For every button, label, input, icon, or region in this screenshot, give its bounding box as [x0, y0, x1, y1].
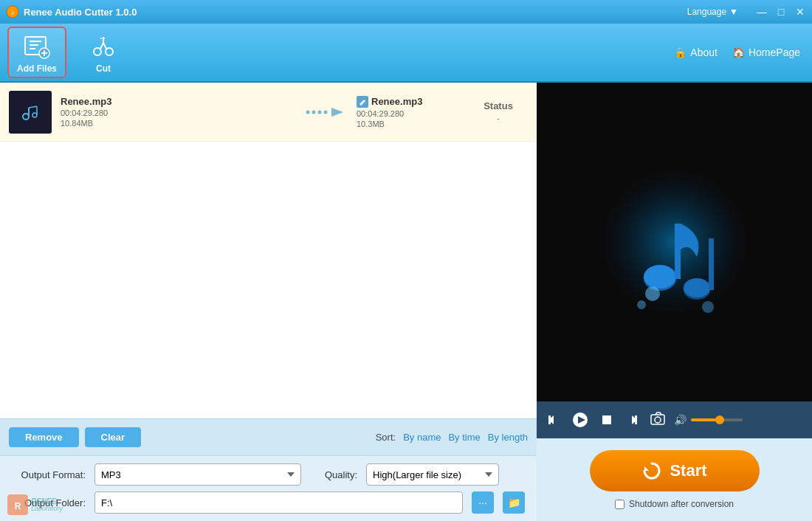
svg-point-23 [318, 110, 322, 114]
window-controls: — □ ✕ [756, 6, 806, 18]
cut-svg [90, 32, 117, 59]
svg-rect-41 [602, 415, 611, 424]
skip-forward-button[interactable] [622, 410, 641, 429]
svg-rect-33 [709, 238, 714, 290]
sort-label: Sort: [376, 432, 396, 443]
stop-icon [600, 413, 613, 427]
clear-button[interactable]: Clear [85, 427, 142, 447]
pencil-icon [359, 98, 366, 106]
stop-button[interactable] [597, 410, 616, 429]
output-file-info: Renee.mp3 00:04:29.280 10.3MB [357, 96, 460, 128]
sort-by-name-button[interactable]: By name [403, 432, 441, 443]
play-button[interactable] [569, 409, 591, 431]
camera-icon [650, 412, 665, 425]
status-header: Status [469, 100, 528, 111]
sort-section: Sort: By name By time By length [376, 432, 528, 443]
shutdown-checkbox[interactable] [615, 500, 625, 509]
close-button[interactable]: ✕ [794, 6, 806, 18]
cut-label: Cut [96, 63, 111, 74]
svg-rect-38 [548, 415, 551, 424]
volume-thumb [715, 415, 724, 424]
right-panel: 🔊 Start Shutdown after conversion [537, 83, 812, 521]
volume-control[interactable]: 🔊 [674, 414, 743, 426]
arrow-icon [303, 103, 348, 121]
shutdown-row: Shutdown after conversion [615, 499, 734, 509]
player-controls: 🔊 [537, 401, 812, 438]
about-label: About [690, 46, 718, 58]
title-bar-left: ♪ Renee Audio Cutter 1.0.0 [6, 5, 137, 18]
refresh-icon [641, 460, 662, 481]
sort-by-time-button[interactable]: By time [448, 432, 480, 443]
svg-rect-15 [18, 100, 42, 124]
volume-icon: 🔊 [674, 414, 687, 426]
open-folder-button[interactable]: 📁 [503, 491, 525, 514]
logo-watermark: R RENEE Laboratory [7, 494, 63, 515]
language-button[interactable]: Language ▼ [687, 7, 738, 17]
svg-point-29 [644, 265, 676, 289]
svg-point-21 [306, 110, 310, 114]
app-title: Renee Audio Cutter 1.0.0 [24, 7, 137, 18]
dropdown-icon: ▼ [729, 7, 738, 17]
homepage-label: HomePage [749, 46, 800, 58]
left-panel: Renee.mp3 00:04:29.280 10.84MB [0, 83, 537, 521]
svg-point-10 [106, 48, 113, 55]
svg-point-36 [702, 301, 714, 313]
volume-track[interactable] [691, 418, 743, 421]
skip-forward-icon [625, 413, 639, 427]
source-duration: 00:04:29.280 [61, 108, 295, 117]
quality-label: Quality: [325, 469, 357, 480]
restore-button[interactable]: □ [775, 6, 787, 18]
title-bar-controls: Language ▼ — □ ✕ [687, 6, 806, 18]
cut-button[interactable]: Cut [74, 27, 133, 78]
about-button[interactable]: 🔒 About [674, 46, 718, 58]
output-format-select[interactable]: MP3 WAV AAC FLAC [94, 463, 301, 486]
quality-select-wrapper: High(Larger file size) Medium Low(Smalle… [366, 463, 499, 486]
svg-marker-46 [644, 466, 649, 471]
svg-point-35 [637, 300, 646, 309]
app-logo-icon: ♪ [6, 5, 19, 18]
arrow-svg [303, 103, 348, 121]
output-folder-input[interactable] [94, 491, 463, 514]
svg-point-32 [684, 278, 710, 297]
file-list: Renee.mp3 00:04:29.280 10.84MB [0, 83, 537, 418]
skip-back-icon [547, 413, 560, 427]
add-files-button[interactable]: Add Files [7, 27, 66, 78]
format-quality-row: Output Format: MP3 WAV AAC FLAC Quality:… [12, 463, 525, 486]
language-label: Language [687, 7, 726, 17]
toolbar-right: 🔒 About 🏠 HomePage [674, 46, 800, 58]
svg-line-12 [103, 43, 106, 49]
svg-marker-25 [331, 108, 343, 117]
output-filename-row: Renee.mp3 [357, 96, 460, 108]
music-visual [586, 153, 763, 331]
toolbar: Add Files Cut 🔒 About 🏠 HomePage [0, 24, 812, 83]
browse-folder-button[interactable]: ··· [472, 491, 494, 514]
skip-back-button[interactable] [544, 410, 563, 429]
sort-by-length-button[interactable]: By length [488, 432, 528, 443]
format-select-wrapper: MP3 WAV AAC FLAC [94, 463, 301, 486]
main-area: Renee.mp3 00:04:29.280 10.84MB [0, 83, 812, 521]
add-files-svg [24, 32, 50, 59]
action-panel: Start Shutdown after conversion [537, 438, 812, 521]
watermark-logo-icon: R [7, 494, 28, 515]
remove-button[interactable]: Remove [9, 427, 79, 447]
file-thumbnail [9, 91, 52, 134]
shutdown-label: Shutdown after conversion [629, 499, 734, 509]
output-duration: 00:04:29.280 [357, 109, 460, 118]
title-bar: ♪ Renee Audio Cutter 1.0.0 Language ▼ — … [0, 0, 812, 24]
screenshot-button[interactable] [650, 412, 665, 428]
svg-line-11 [100, 43, 103, 49]
minimize-button[interactable]: — [756, 6, 768, 18]
watermark-line1: RENEE [31, 497, 63, 506]
quality-select[interactable]: High(Larger file size) Medium Low(Smalle… [366, 463, 499, 486]
svg-text:R: R [15, 501, 21, 511]
start-button[interactable]: Start [590, 450, 760, 491]
output-format-label: Output Format: [12, 469, 86, 480]
source-size: 10.84MB [61, 119, 295, 128]
output-size: 10.3MB [357, 120, 460, 128]
edit-filename-button[interactable] [357, 96, 368, 108]
settings-bar: Output Format: MP3 WAV AAC FLAC Quality:… [0, 455, 537, 521]
output-filename-text: Renee.mp3 [371, 96, 422, 107]
svg-point-9 [94, 48, 101, 55]
svg-point-22 [312, 110, 316, 114]
homepage-button[interactable]: 🏠 HomePage [732, 46, 800, 58]
